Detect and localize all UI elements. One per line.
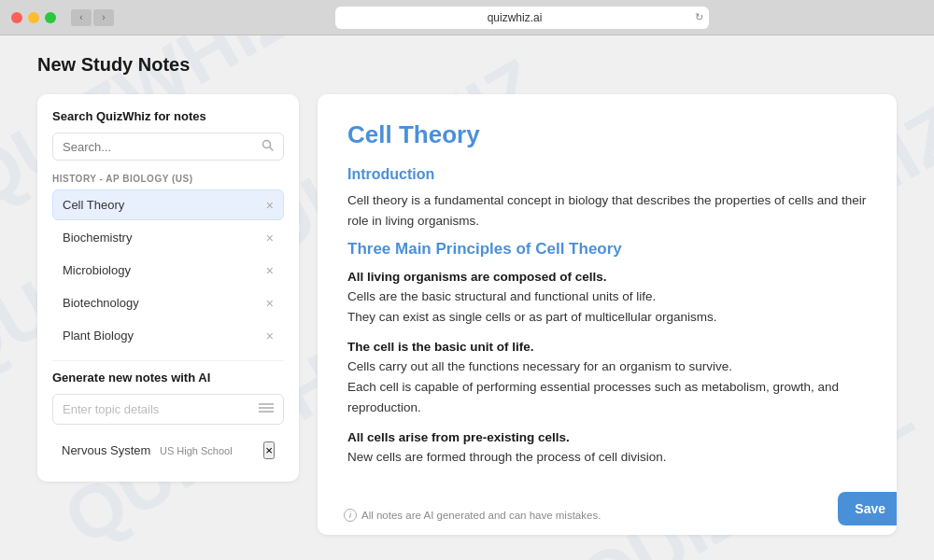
notes-list: Cell Theory×Biochemistry×Microbiology×Bi… xyxy=(52,189,284,351)
principle-desc-line: Cells are the basic structural and funct… xyxy=(347,289,656,303)
principle-desc-line: New cells are formed through the process… xyxy=(347,450,666,464)
divider xyxy=(52,360,284,361)
note-item[interactable]: Biochemistry× xyxy=(52,222,284,253)
search-input[interactable] xyxy=(63,140,256,154)
page-title: New Study Notes xyxy=(37,54,897,76)
suggestions-list: Nervous System US High School× xyxy=(52,434,284,467)
note-item[interactable]: Plant Biology× xyxy=(52,320,284,351)
minimize-traffic-light[interactable] xyxy=(28,12,39,23)
principle-title: All living organisms are composed of cel… xyxy=(347,270,867,284)
save-button[interactable]: Save xyxy=(838,492,897,525)
generate-label: Generate new notes with AI xyxy=(52,371,284,385)
sidebar: Search QuizWhiz for notes HISTORY - AP B… xyxy=(37,94,299,482)
sidebar-search-label: Search QuizWhiz for notes xyxy=(52,109,284,123)
remove-note-button[interactable]: × xyxy=(266,329,274,343)
suggestion-tag: US High School xyxy=(160,445,233,456)
svg-line-1 xyxy=(270,147,274,151)
principle-block: All living organisms are composed of cel… xyxy=(347,270,867,327)
remove-note-button[interactable]: × xyxy=(266,231,274,245)
principle-title: All cells arise from pre-existing cells. xyxy=(347,430,867,444)
principles-heading: Three Main Principles of Cell Theory xyxy=(347,240,867,259)
footer-note: i All notes are AI generated and can hav… xyxy=(344,509,601,522)
suggestion-label: Nervous System US High School xyxy=(62,443,233,457)
section-label: HISTORY - AP BIOLOGY (US) xyxy=(52,174,284,184)
nav-buttons: ‹ › xyxy=(71,9,114,26)
principle-desc-line: They can exist as single cells or as par… xyxy=(347,310,716,324)
principle-block: The cell is the basic unit of life.Cells… xyxy=(347,340,867,417)
note-label: Microbiology xyxy=(63,263,131,277)
topic-placeholder: Enter topic details xyxy=(63,402,159,416)
fullscreen-traffic-light[interactable] xyxy=(45,12,56,23)
lines-icon xyxy=(259,402,274,416)
note-label: Plant Biology xyxy=(63,329,134,343)
intro-text: Cell theory is a fundamental concept in … xyxy=(347,190,867,231)
page-inner: New Study Notes Search QuizWhiz for note… xyxy=(0,35,934,560)
principle-desc: New cells are formed through the process… xyxy=(347,447,867,468)
forward-button[interactable]: › xyxy=(93,9,114,26)
browser-chrome: ‹ › quizwhiz.ai ↻ xyxy=(0,0,934,35)
main-layout: Search QuizWhiz for notes HISTORY - AP B… xyxy=(37,94,897,535)
remove-note-button[interactable]: × xyxy=(266,264,274,277)
footer-note-text: All notes are AI generated and can have … xyxy=(361,510,601,521)
note-item[interactable]: Biotechnology× xyxy=(52,287,284,318)
principle-desc: Cells are the basic structural and funct… xyxy=(347,287,867,327)
remove-note-button[interactable]: × xyxy=(266,199,274,212)
note-item[interactable]: Cell Theory× xyxy=(52,189,284,220)
content-panel: Cell Theory Introduction Cell theory is … xyxy=(318,94,897,535)
content-title: Cell Theory xyxy=(347,120,867,149)
page-content: QUIZWHIZ QUIZWHIZ QUIZWHIZ QUIZWHIZ QUIZ… xyxy=(0,35,934,560)
principle-title: The cell is the basic unit of life. xyxy=(347,340,867,354)
note-label: Cell Theory xyxy=(63,198,124,212)
url-bar[interactable]: quizwhiz.ai ↻ xyxy=(335,7,709,29)
principle-desc: Cells carry out all the functions necess… xyxy=(347,357,867,417)
suggestion-item[interactable]: Nervous System US High School× xyxy=(52,434,284,467)
principle-desc-line: Each cell is capable of performing essen… xyxy=(347,380,839,414)
remove-suggestion-button[interactable]: × xyxy=(263,441,275,459)
note-label: Biochemistry xyxy=(63,231,132,245)
url-text: quizwhiz.ai xyxy=(488,11,543,24)
note-label: Biotechnology xyxy=(63,296,139,310)
intro-heading: Introduction xyxy=(347,166,867,183)
back-button[interactable]: ‹ xyxy=(71,9,92,26)
note-item[interactable]: Microbiology× xyxy=(52,255,284,286)
search-icon xyxy=(262,139,274,154)
remove-note-button[interactable]: × xyxy=(266,297,274,310)
url-loader: ↻ xyxy=(695,11,703,23)
principle-block: All cells arise from pre-existing cells.… xyxy=(347,430,867,468)
traffic-lights xyxy=(11,12,56,23)
principles-list: All living organisms are composed of cel… xyxy=(347,270,867,468)
info-icon: i xyxy=(344,509,357,522)
close-traffic-light[interactable] xyxy=(11,12,22,23)
search-box[interactable] xyxy=(52,133,284,161)
topic-input-box[interactable]: Enter topic details xyxy=(52,394,284,425)
principle-desc-line: Cells carry out all the functions necess… xyxy=(347,359,732,373)
